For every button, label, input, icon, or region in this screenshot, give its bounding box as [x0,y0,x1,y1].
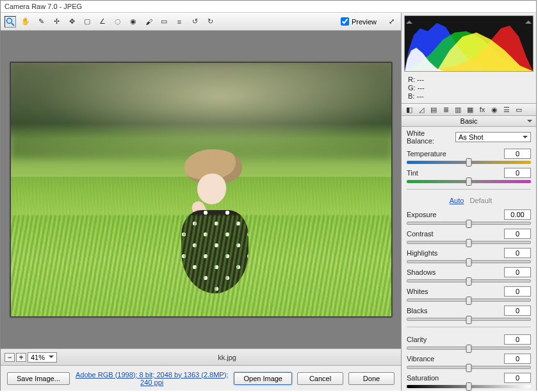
vibrance-slider[interactable]: Vibrance0 [407,354,531,369]
tab-split-toning-icon[interactable]: ▥ [453,104,463,115]
chevron-down-icon [523,136,528,141]
toolbar: ✋ ✎ ✢ ✥ ▢ ∠ ◌ ◉ 🖌 ▭ ≡ ↺ ↻ Preview ⤢ [1,13,401,31]
white-balance-tool-icon[interactable]: ✎ [35,16,47,28]
highlight-clipping-icon[interactable] [525,17,532,24]
window-footer: Save Image... Adobe RGB (1998); 8 bit; 2… [1,365,401,391]
tint-slider[interactable]: Tint0 [407,168,531,183]
zoom-level-value: 41% [31,354,45,361]
spot-removal-tool-icon[interactable]: ◌ [112,16,124,28]
default-link[interactable]: Default [469,197,492,204]
done-button[interactable]: Done [348,372,395,385]
contrast-value[interactable]: 0 [504,229,531,239]
titlebar: Camera Raw 7.0 - JPEG [1,1,536,13]
auto-link[interactable]: Auto [450,197,464,204]
histogram[interactable] [404,15,534,72]
zoom-in-button[interactable]: + [16,353,26,362]
rotate-cw-icon[interactable]: ↻ [204,16,216,28]
preview-footer: − + 41% kk.jpg [1,348,401,365]
white-balance-select[interactable]: As Shot [455,132,531,142]
tab-detail-icon[interactable]: ▤ [428,104,439,115]
shadows-slider[interactable]: Shadows0 [407,267,531,282]
rgb-readout: R: --- G: --- B: --- [402,74,536,103]
contrast-slider[interactable]: Contrast0 [407,229,531,244]
straighten-tool-icon[interactable]: ∠ [97,16,108,28]
tab-hsl-icon[interactable]: ≣ [441,104,451,115]
clarity-value[interactable]: 0 [504,334,531,345]
clarity-slider[interactable]: Clarity0 [407,334,531,350]
white-balance-value: As Shot [459,133,484,141]
vibrance-value[interactable]: 0 [504,354,531,364]
save-image-button[interactable]: Save Image... [7,372,70,385]
adjustment-brush-tool-icon[interactable]: 🖌 [143,16,154,28]
fullscreen-toggle-icon[interactable]: ⤢ [386,16,397,28]
content-area: ✋ ✎ ✢ ✥ ▢ ∠ ◌ ◉ 🖌 ▭ ≡ ↺ ↻ Preview ⤢ [1,13,536,391]
filename-label: kk.jpg [57,354,397,361]
tab-tone-curve-icon[interactable]: ◿ [416,104,427,115]
panel-title[interactable]: Basic [402,116,536,127]
white-balance-label: White Balance: [407,129,452,145]
tab-camera-calibration-icon[interactable]: ◉ [489,104,500,115]
svg-point-0 [7,18,12,23]
blacks-value[interactable]: 0 [504,306,531,316]
saturation-slider[interactable]: Saturation0 [407,373,531,388]
color-sampler-tool-icon[interactable]: ✢ [51,16,62,28]
highlights-slider[interactable]: Highlights0 [407,248,531,263]
whites-value[interactable]: 0 [504,286,531,297]
graduated-filter-tool-icon[interactable]: ▭ [158,16,170,28]
targeted-adjustment-tool-icon[interactable]: ✥ [66,16,77,28]
zoom-level-select[interactable]: 41% [28,352,57,363]
tab-effects-icon[interactable]: fx [477,104,487,115]
preferences-tool-icon[interactable]: ≡ [174,16,185,28]
tint-value[interactable]: 0 [504,168,531,178]
preview-checkbox[interactable]: Preview [341,17,377,26]
shadows-value[interactable]: 0 [504,267,531,277]
preview-checkbox-input[interactable] [341,17,349,26]
saturation-value[interactable]: 0 [504,373,531,383]
preview-label: Preview [352,18,377,26]
adjustments-pane: R: --- G: --- B: --- ◧ ◿ ▤ ≣ ▥ ▦ fx ◉ ☰ … [402,13,536,391]
blacks-slider[interactable]: Blacks0 [407,306,531,321]
highlights-value[interactable]: 0 [504,248,531,258]
shadow-clipping-icon[interactable] [406,17,412,24]
rotate-ccw-icon[interactable]: ↺ [189,16,200,28]
chevron-down-icon [49,355,54,361]
tab-lens-corrections-icon[interactable]: ▦ [465,104,475,115]
zoom-out-button[interactable]: − [4,353,15,362]
zoom-tool-icon[interactable] [4,16,16,28]
workflow-options-link[interactable]: Adobe RGB (1998); 8 bit; 2048 by 1363 (2… [75,371,229,386]
crop-tool-icon[interactable]: ▢ [81,16,93,28]
canvas-area[interactable] [1,31,401,348]
temperature-value[interactable]: 0 [504,149,531,159]
red-eye-tool-icon[interactable]: ◉ [127,16,139,28]
camera-raw-window: Camera Raw 7.0 - JPEG ✋ ✎ ✢ ✥ ▢ ∠ ◌ ◉ 🖌 … [0,0,537,391]
whites-slider[interactable]: Whites0 [407,286,531,302]
tab-presets-icon[interactable]: ☰ [501,104,512,115]
temperature-slider[interactable]: Temperature0 [407,149,531,164]
exposure-slider[interactable]: Exposure0.00 [407,209,531,225]
svg-line-1 [12,23,14,26]
basic-panel: White Balance: As Shot Temperature0 Tint… [402,127,536,391]
panel-tabs: ◧ ◿ ▤ ≣ ▥ ▦ fx ◉ ☰ ▭ [402,103,536,116]
cancel-button[interactable]: Cancel [297,372,343,385]
preview-image [10,62,392,317]
open-image-button[interactable]: Open Image [234,372,292,385]
preview-pane: ✋ ✎ ✢ ✥ ▢ ∠ ◌ ◉ 🖌 ▭ ≡ ↺ ↻ Preview ⤢ [1,13,402,391]
hand-tool-icon[interactable]: ✋ [20,16,31,28]
exposure-value[interactable]: 0.00 [504,209,531,220]
tab-basic-icon[interactable]: ◧ [404,104,414,115]
tab-snapshots-icon[interactable]: ▭ [514,104,524,115]
